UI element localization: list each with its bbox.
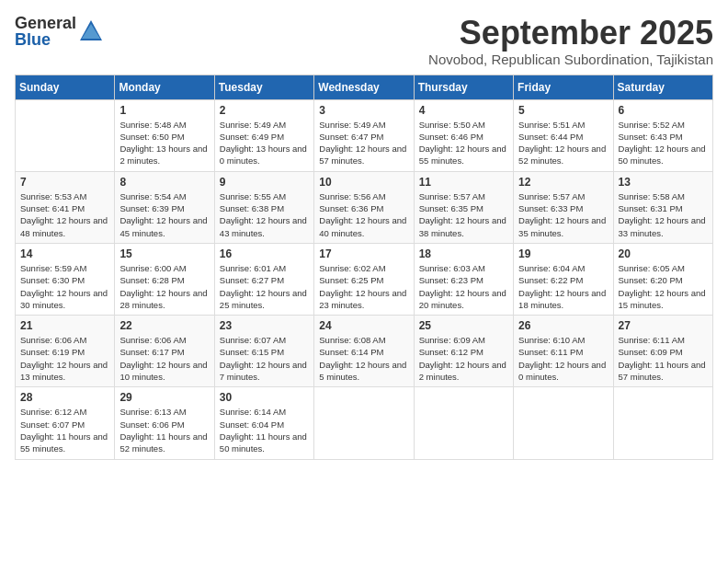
day-number: 13 — [619, 176, 708, 189]
day-info: Sunrise: 5:56 AMSunset: 6:36 PMDaylight:… — [319, 190, 408, 239]
day-number: 4 — [419, 104, 508, 117]
calendar-cell: 7 Sunrise: 5:53 AMSunset: 6:41 PMDayligh… — [16, 171, 115, 243]
day-number: 26 — [518, 319, 608, 332]
weekday-header: Wednesday — [314, 75, 414, 99]
day-info: Sunrise: 5:50 AMSunset: 6:46 PMDaylight:… — [419, 119, 508, 167]
day-info: Sunrise: 5:49 AMSunset: 6:49 PMDaylight:… — [220, 119, 309, 167]
day-number: 3 — [319, 104, 408, 117]
header-row: SundayMondayTuesdayWednesdayThursdayFrid… — [16, 75, 713, 99]
calendar-cell — [414, 387, 513, 459]
weekday-header: Thursday — [414, 75, 513, 99]
weekday-header: Friday — [514, 75, 613, 99]
day-number: 6 — [619, 104, 708, 117]
day-number: 29 — [119, 391, 209, 404]
calendar-cell: 25 Sunrise: 6:09 AMSunset: 6:12 PMDaylig… — [414, 316, 513, 387]
weekday-header: Monday — [115, 75, 214, 99]
day-number: 15 — [119, 247, 209, 260]
calendar-cell: 1 Sunrise: 5:48 AMSunset: 6:50 PMDayligh… — [115, 99, 214, 171]
logo-blue: Blue — [15, 30, 51, 49]
day-info: Sunrise: 6:06 AMSunset: 6:19 PMDaylight:… — [20, 334, 109, 383]
day-info: Sunrise: 5:52 AMSunset: 6:43 PMDaylight:… — [619, 119, 708, 167]
calendar-row: 21 Sunrise: 6:06 AMSunset: 6:19 PMDaylig… — [16, 316, 713, 387]
calendar-cell: 26 Sunrise: 6:10 AMSunset: 6:11 PMDaylig… — [514, 316, 613, 387]
day-number: 17 — [319, 247, 408, 260]
day-number: 19 — [518, 247, 608, 260]
day-info: Sunrise: 5:55 AMSunset: 6:38 PMDaylight:… — [220, 190, 309, 239]
day-info: Sunrise: 6:05 AMSunset: 6:20 PMDaylight:… — [619, 262, 708, 311]
calendar-cell: 21 Sunrise: 6:06 AMSunset: 6:19 PMDaylig… — [16, 316, 115, 387]
calendar-cell: 18 Sunrise: 6:03 AMSunset: 6:23 PMDaylig… — [414, 243, 513, 315]
calendar-cell: 3 Sunrise: 5:49 AMSunset: 6:47 PMDayligh… — [314, 99, 414, 171]
day-info: Sunrise: 6:13 AMSunset: 6:06 PMDaylight:… — [119, 406, 209, 454]
logo-general: General — [15, 14, 76, 32]
calendar-row: 7 Sunrise: 5:53 AMSunset: 6:41 PMDayligh… — [16, 171, 713, 243]
calendar-cell: 6 Sunrise: 5:52 AMSunset: 6:43 PMDayligh… — [613, 99, 712, 171]
day-info: Sunrise: 5:54 AMSunset: 6:39 PMDaylight:… — [119, 190, 209, 239]
day-number: 1 — [119, 104, 209, 117]
month-title: September 2025 — [428, 15, 713, 52]
day-info: Sunrise: 6:00 AMSunset: 6:28 PMDaylight:… — [119, 262, 209, 311]
calendar-cell: 14 Sunrise: 5:59 AMSunset: 6:30 PMDaylig… — [16, 243, 115, 315]
day-number: 24 — [319, 319, 408, 332]
calendar-cell: 12 Sunrise: 5:57 AMSunset: 6:33 PMDaylig… — [514, 171, 613, 243]
day-number: 25 — [419, 319, 508, 332]
weekday-header: Sunday — [16, 75, 115, 99]
calendar-cell: 15 Sunrise: 6:00 AMSunset: 6:28 PMDaylig… — [115, 243, 214, 315]
day-number: 22 — [119, 319, 209, 332]
day-info: Sunrise: 6:04 AMSunset: 6:22 PMDaylight:… — [518, 262, 608, 311]
day-number: 27 — [619, 319, 708, 332]
title-block: September 2025 Novobod, Republican Subor… — [428, 15, 713, 67]
calendar-cell — [16, 99, 115, 171]
calendar-cell: 20 Sunrise: 6:05 AMSunset: 6:20 PMDaylig… — [613, 243, 712, 315]
day-info: Sunrise: 6:14 AMSunset: 6:04 PMDaylight:… — [220, 406, 309, 454]
day-info: Sunrise: 6:07 AMSunset: 6:15 PMDaylight:… — [220, 334, 309, 383]
calendar-cell: 17 Sunrise: 6:02 AMSunset: 6:25 PMDaylig… — [314, 243, 414, 315]
calendar-cell: 27 Sunrise: 6:11 AMSunset: 6:09 PMDaylig… — [613, 316, 712, 387]
calendar-row: 1 Sunrise: 5:48 AMSunset: 6:50 PMDayligh… — [16, 99, 713, 171]
calendar-row: 14 Sunrise: 5:59 AMSunset: 6:30 PMDaylig… — [16, 243, 713, 315]
calendar-cell: 9 Sunrise: 5:55 AMSunset: 6:38 PMDayligh… — [214, 171, 313, 243]
day-info: Sunrise: 6:02 AMSunset: 6:25 PMDaylight:… — [319, 262, 408, 311]
day-info: Sunrise: 5:57 AMSunset: 6:33 PMDaylight:… — [518, 190, 608, 239]
calendar-cell: 24 Sunrise: 6:08 AMSunset: 6:14 PMDaylig… — [314, 316, 414, 387]
day-info: Sunrise: 5:53 AMSunset: 6:41 PMDaylight:… — [20, 190, 109, 239]
day-number: 30 — [220, 391, 309, 404]
day-number: 14 — [20, 247, 109, 260]
calendar-cell: 5 Sunrise: 5:51 AMSunset: 6:44 PMDayligh… — [514, 99, 613, 171]
calendar-cell: 28 Sunrise: 6:12 AMSunset: 6:07 PMDaylig… — [16, 387, 115, 459]
page-header: General Blue September 2025 Novobod, Rep… — [15, 15, 713, 67]
weekday-header: Saturday — [613, 75, 712, 99]
calendar-cell: 4 Sunrise: 5:50 AMSunset: 6:46 PMDayligh… — [414, 99, 513, 171]
calendar-cell: 2 Sunrise: 5:49 AMSunset: 6:49 PMDayligh… — [214, 99, 313, 171]
day-number: 10 — [319, 176, 408, 189]
calendar-cell: 11 Sunrise: 5:57 AMSunset: 6:35 PMDaylig… — [414, 171, 513, 243]
calendar-row: 28 Sunrise: 6:12 AMSunset: 6:07 PMDaylig… — [16, 387, 713, 459]
day-number: 7 — [20, 176, 109, 189]
day-info: Sunrise: 6:10 AMSunset: 6:11 PMDaylight:… — [518, 334, 608, 383]
calendar-cell — [613, 387, 712, 459]
day-info: Sunrise: 5:57 AMSunset: 6:35 PMDaylight:… — [419, 190, 508, 239]
calendar-cell: 30 Sunrise: 6:14 AMSunset: 6:04 PMDaylig… — [214, 387, 313, 459]
day-number: 20 — [619, 247, 708, 260]
day-info: Sunrise: 5:51 AMSunset: 6:44 PMDaylight:… — [518, 119, 608, 167]
day-number: 16 — [220, 247, 309, 260]
day-info: Sunrise: 6:08 AMSunset: 6:14 PMDaylight:… — [319, 334, 408, 383]
day-number: 8 — [119, 176, 209, 189]
svg-marker-1 — [82, 24, 100, 39]
logo: General Blue — [15, 15, 104, 48]
calendar-table: SundayMondayTuesdayWednesdayThursdayFrid… — [15, 75, 713, 460]
day-number: 5 — [518, 104, 608, 117]
weekday-header: Tuesday — [214, 75, 313, 99]
calendar-cell: 19 Sunrise: 6:04 AMSunset: 6:22 PMDaylig… — [514, 243, 613, 315]
calendar-cell: 10 Sunrise: 5:56 AMSunset: 6:36 PMDaylig… — [314, 171, 414, 243]
logo-icon — [78, 18, 104, 44]
calendar-cell: 29 Sunrise: 6:13 AMSunset: 6:06 PMDaylig… — [115, 387, 214, 459]
calendar-cell: 13 Sunrise: 5:58 AMSunset: 6:31 PMDaylig… — [613, 171, 712, 243]
calendar-cell: 23 Sunrise: 6:07 AMSunset: 6:15 PMDaylig… — [214, 316, 313, 387]
day-number: 18 — [419, 247, 508, 260]
day-number: 11 — [419, 176, 508, 189]
day-number: 28 — [20, 391, 109, 404]
day-info: Sunrise: 5:59 AMSunset: 6:30 PMDaylight:… — [20, 262, 109, 311]
day-number: 12 — [518, 176, 608, 189]
day-info: Sunrise: 6:03 AMSunset: 6:23 PMDaylight:… — [419, 262, 508, 311]
